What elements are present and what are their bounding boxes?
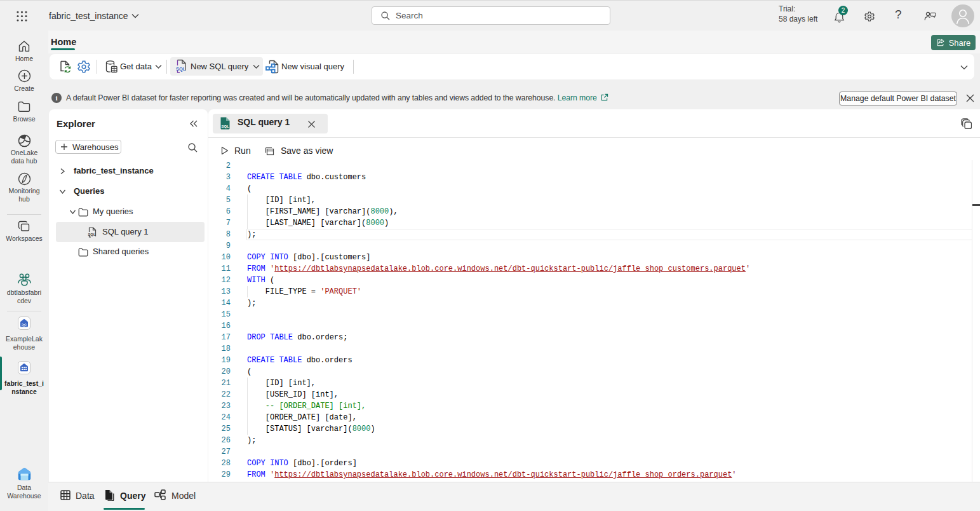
- svg-text:SQL: SQL: [222, 125, 230, 128]
- svg-text:SQL: SQL: [176, 66, 186, 72]
- svg-text:SQL: SQL: [88, 233, 96, 236]
